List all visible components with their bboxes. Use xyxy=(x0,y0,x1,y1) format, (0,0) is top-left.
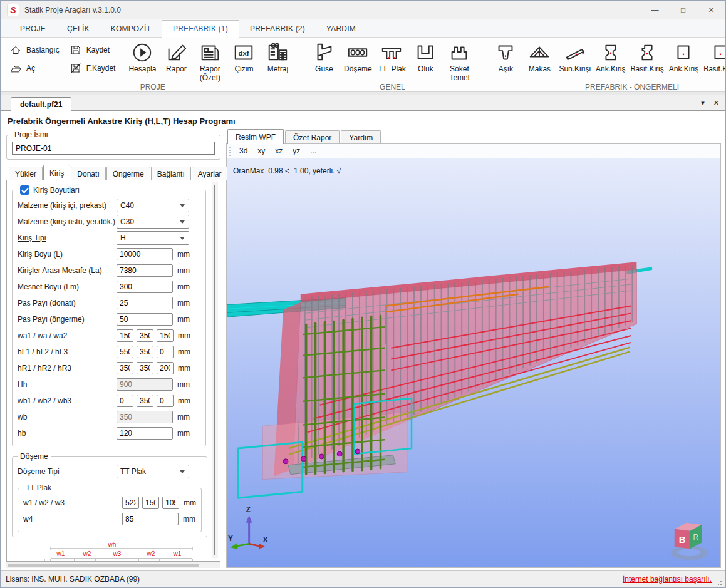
hr3-input[interactable] xyxy=(157,362,174,374)
menu-tab-prefabrik2[interactable]: PREFABRIK (2) xyxy=(239,21,316,37)
w2-input[interactable] xyxy=(142,497,159,509)
slab-type-select[interactable]: TT Plak xyxy=(117,465,189,478)
vertical-scrollbar[interactable] xyxy=(212,182,218,558)
guse-button[interactable]: Guse xyxy=(307,41,341,74)
support-length-input[interactable] xyxy=(117,281,173,293)
kaydet-button[interactable]: Kaydet xyxy=(70,44,116,56)
svg-text:w1: w1 xyxy=(173,550,182,557)
horizontal-scrollbar[interactable] xyxy=(6,562,220,568)
beam-type-select[interactable]: H xyxy=(117,231,189,245)
toolbar-grip[interactable] xyxy=(229,147,231,156)
form-row: Malzeme (kiriş içi, prekast) C40 xyxy=(18,197,200,214)
hr2-input[interactable] xyxy=(137,362,153,374)
wb2-input[interactable] xyxy=(137,395,153,407)
cover-rebar-input[interactable] xyxy=(117,297,173,309)
wa-input[interactable] xyxy=(137,329,153,342)
view-3d-button[interactable]: 3d xyxy=(234,145,252,157)
rapor-ozet-button[interactable]: Rapor (Özet) xyxy=(193,41,227,83)
hl1-input[interactable] xyxy=(117,346,133,358)
beam-3d-scene[interactable]: Z Y X B xyxy=(227,158,720,567)
form-row: w4 mm xyxy=(23,511,196,527)
cizim-button[interactable]: dxf Çizim xyxy=(227,41,261,74)
hesapla-button[interactable]: Hesapla xyxy=(125,41,159,74)
scrollbar-thumb[interactable] xyxy=(214,185,215,555)
fkaydet-button[interactable]: F.Kaydet xyxy=(70,62,116,75)
tt-plak-button[interactable]: TT_Plak xyxy=(375,41,408,74)
tab-dropdown-icon[interactable]: ▾ xyxy=(701,99,705,107)
document-tab[interactable]: default.pf21 xyxy=(11,97,71,111)
hl2-input[interactable] xyxy=(137,346,153,358)
menu-tab-yardim[interactable]: YARDIM xyxy=(316,21,366,37)
tab-resim-wpf[interactable]: Resim WPF xyxy=(227,129,284,144)
sun-kirisi-button[interactable]: Sun.Kirişi xyxy=(556,41,593,74)
beam-dimensions-group: Kiriş Boyutları Malzeme (kiriş içi, prek… xyxy=(12,185,206,446)
viewer-body: 3d xy xz yz ... xyxy=(226,143,721,568)
material-precast-select[interactable]: C40 xyxy=(117,199,189,212)
maximize-button[interactable]: □ xyxy=(669,1,697,19)
wa1-input[interactable] xyxy=(117,329,133,342)
ank-kiris-i-button[interactable]: Ank.Kiriş xyxy=(593,41,628,74)
rapor-button[interactable]: Rapor xyxy=(159,41,193,74)
basit-kiris-i-button[interactable]: Basit.Kiriş xyxy=(628,41,666,74)
soket-temel-button[interactable]: Soket Temel xyxy=(442,41,476,83)
menu-tab-proje[interactable]: PROJE xyxy=(9,21,56,37)
form-row: hL1 / hL2 / hL3 mm xyxy=(18,344,200,360)
view-more-button[interactable]: ... xyxy=(305,145,321,157)
edit-report-icon xyxy=(164,41,188,64)
tab-yukler[interactable]: Yükler xyxy=(9,167,43,180)
tab-ozet-rapor[interactable]: Özet Rapor xyxy=(285,130,340,144)
close-button[interactable]: ✕ xyxy=(697,1,725,19)
scrollbar-thumb[interactable] xyxy=(8,564,199,567)
tt-plak-group-label: TT Plak xyxy=(23,483,54,492)
project-name-group: Proje İsmi xyxy=(6,130,220,160)
svg-text:wh: wh xyxy=(108,541,117,548)
form-tab-strip: Yükler Kiriş Donatı Öngerme Bağlantı Aya… xyxy=(6,167,220,180)
material-topping-select[interactable]: C30 xyxy=(117,215,189,229)
view-xy-button[interactable]: xy xyxy=(252,145,270,157)
wb1-input[interactable] xyxy=(117,395,133,407)
menu-tab-prefabrik1[interactable]: PREFABRIK (1) xyxy=(162,20,239,38)
metraj-button[interactable]: Metraj xyxy=(261,41,294,74)
project-name-input[interactable] xyxy=(12,142,215,155)
tab-yardim[interactable]: Yardım xyxy=(341,130,381,144)
w3-input[interactable] xyxy=(162,497,179,509)
wa2-input[interactable] xyxy=(157,329,174,342)
viewport-3d[interactable]: Z Y X B xyxy=(227,158,720,567)
tab-donati[interactable]: Donatı xyxy=(71,167,105,180)
kiris-tab-panel: Kiriş Boyutları Malzeme (kiriş içi, prek… xyxy=(6,180,220,562)
tab-kiris[interactable]: Kiriş xyxy=(43,165,70,180)
minimize-button[interactable]: — xyxy=(641,1,669,19)
beam-length-input[interactable] xyxy=(117,248,173,260)
baslangic-button[interactable]: Başlangıç xyxy=(9,44,60,56)
hl3-input[interactable] xyxy=(157,346,174,358)
tab-close-icon[interactable]: ✕ xyxy=(713,99,719,107)
view-xz-button[interactable]: xz xyxy=(270,145,288,157)
w1-input[interactable] xyxy=(122,497,139,509)
tab-baglanti[interactable]: Bağlantı xyxy=(151,167,191,180)
tab-ongerme[interactable]: Öngerme xyxy=(106,167,150,180)
ac-button[interactable]: Aç xyxy=(9,62,60,75)
u-channel-icon xyxy=(413,41,437,64)
doseme-button[interactable]: Döşeme xyxy=(341,41,375,74)
ank-kiris-rect-button[interactable]: Ank.Kiriş xyxy=(666,41,701,74)
document-tab-bar: default.pf21 ▾ ✕ xyxy=(1,95,725,111)
view-yz-button[interactable]: yz xyxy=(288,145,305,157)
tab-ayarlar[interactable]: Ayarlar xyxy=(192,167,228,180)
menu-tab-celik[interactable]: ÇELİK xyxy=(56,21,100,37)
internet-status-link[interactable]: İnternet bağlantısı başarılı. xyxy=(623,575,712,584)
w4-input[interactable] xyxy=(122,513,179,525)
asik-button[interactable]: Aşık xyxy=(489,41,522,74)
basit-kiris-rect-button[interactable]: Basit.Kiriş xyxy=(701,41,726,74)
hb-input[interactable] xyxy=(117,427,173,440)
cover-prestress-input[interactable] xyxy=(117,313,173,326)
beam-dimensions-checkbox[interactable] xyxy=(20,185,29,195)
menu-tab-kompozit[interactable]: KOMPOZİT xyxy=(100,21,162,37)
wb3-input[interactable] xyxy=(157,395,174,407)
beam-spacing-input[interactable] xyxy=(117,264,173,277)
oluk-button[interactable]: Oluk xyxy=(408,41,442,74)
t-section-icon xyxy=(494,41,517,64)
makas-button[interactable]: Makas xyxy=(522,41,556,74)
resize-grip[interactable] xyxy=(717,579,723,585)
hr1-input[interactable] xyxy=(117,362,133,374)
folder-open-icon xyxy=(9,62,22,75)
